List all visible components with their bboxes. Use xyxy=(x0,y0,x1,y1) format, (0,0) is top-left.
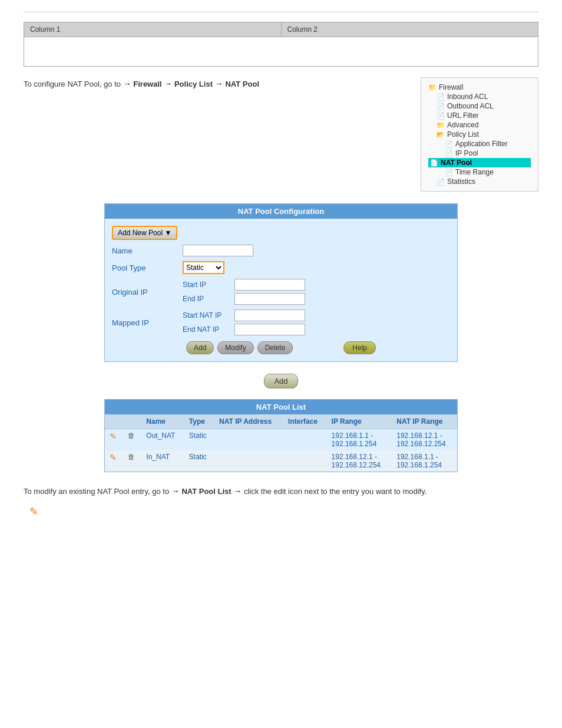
end-ip-row: End IP xyxy=(183,293,305,305)
edit-icon[interactable]: ✎ xyxy=(110,431,117,441)
bottom-nav1: NAT Pool List xyxy=(181,487,231,496)
doc-icon: 📄 xyxy=(437,103,445,110)
col-nat-ip-address: NAT IP Address xyxy=(214,414,283,429)
tree-item-policy-list: 📂 Policy List xyxy=(428,130,531,139)
original-ip-fields: Start IP End IP xyxy=(183,279,305,305)
tree-item-statistics: 📄 Statistics xyxy=(428,177,531,186)
col-interface: Interface xyxy=(283,414,327,429)
config-panel-title: NAT Pool Configuration xyxy=(105,204,457,219)
row2-type: Static xyxy=(184,450,214,472)
top-table-body xyxy=(24,37,538,67)
list-body: Name Type NAT IP Address Interface IP Ra… xyxy=(105,414,457,472)
folder-open-icon: 📂 xyxy=(437,131,445,139)
top-table: Column 1 Column 2 xyxy=(24,22,538,67)
tree-item-firewall: 📁 Firewall xyxy=(428,83,531,92)
original-ip-row: Original IP Start IP End IP xyxy=(112,276,450,307)
config-add-button[interactable]: Add xyxy=(186,341,214,354)
original-ip-label: Original IP xyxy=(112,288,183,297)
center-add-button[interactable]: Add xyxy=(264,374,297,388)
tree-item-ip-pool: 📄 IP Pool xyxy=(428,149,531,158)
end-nat-ip-label: End NAT IP xyxy=(183,325,230,334)
doc-icon: 📄 xyxy=(437,112,445,120)
nav-firewall: Firewall xyxy=(133,80,161,88)
start-ip-label: Start IP xyxy=(183,281,230,289)
nat-pool-table: Name Type NAT IP Address Interface IP Ra… xyxy=(105,414,457,472)
doc-icon: 📄 xyxy=(445,150,453,157)
add-new-pool-row: Add New Pool ▼ xyxy=(112,223,450,242)
tree-item-url-filter: 📄 URL Filter xyxy=(428,111,531,120)
pencil-icon: ✎ xyxy=(29,502,38,521)
top-table-col1: Column 1 xyxy=(24,22,282,37)
doc-icon: 📄 xyxy=(445,140,453,148)
table-row: ✎ 🗑 In_NAT Static 192.168.12.1 -192.168.… xyxy=(105,450,457,472)
row2-edit-cell: ✎ xyxy=(105,450,123,472)
end-ip-input[interactable] xyxy=(234,293,305,305)
edit-icon[interactable]: ✎ xyxy=(110,453,117,462)
bottom-nav2: click the edit icon xyxy=(244,487,302,496)
row1-delete-cell: 🗑 xyxy=(123,429,141,451)
col-edit xyxy=(105,414,123,429)
config-modify-button[interactable]: Modify xyxy=(217,341,253,354)
delete-icon[interactable]: 🗑 xyxy=(128,431,135,440)
row2-delete-cell: 🗑 xyxy=(123,450,141,472)
row2-interface xyxy=(283,450,327,472)
table-header-row: Name Type NAT IP Address Interface IP Ra… xyxy=(105,414,457,429)
tree-panel: 📁 Firewall 📄 Inbound ACL 📄 Outbound ACL … xyxy=(421,77,538,192)
row2-nat-ip xyxy=(214,450,283,472)
tree-item-app-filter: 📄 Application Filter xyxy=(428,139,531,149)
folder-icon: 📁 xyxy=(437,121,445,129)
mapped-ip-fields: Start NAT IP End NAT IP xyxy=(183,309,305,335)
pencil-row: ✎ xyxy=(24,502,538,521)
name-input[interactable] xyxy=(183,245,253,256)
row2-name: In_NAT xyxy=(141,450,184,472)
tree-item-time-range: 📄 Time Range xyxy=(428,167,531,177)
col-ip-range: IP Range xyxy=(327,414,392,429)
mapped-ip-label: Mapped IP xyxy=(112,318,183,327)
row2-nat-ip-range: 192.168.1.1 -192.168.1.254 xyxy=(392,450,457,472)
end-nat-ip-row: End NAT IP xyxy=(183,324,305,335)
col-delete xyxy=(123,414,141,429)
doc-icon: 📄 xyxy=(437,93,445,101)
name-row: Name xyxy=(112,242,450,259)
col-nat-ip-range: NAT IP Range xyxy=(392,414,457,429)
mapped-ip-row: Mapped IP Start NAT IP End NAT IP xyxy=(112,307,450,338)
row1-name: Out_NAT xyxy=(141,429,184,451)
tree-item-inbound-acl: 📄 Inbound ACL xyxy=(428,92,531,101)
folder-icon: 📁 xyxy=(428,84,437,91)
bottom-line2: next to the entry you want to modify. xyxy=(305,487,427,496)
config-action-buttons: Add Modify Delete Help xyxy=(112,338,450,357)
row1-interface xyxy=(283,429,327,451)
name-label: Name xyxy=(112,246,183,255)
tree-item-nat-pool[interactable]: 📄 NAT Pool xyxy=(428,158,531,167)
list-panel-title: NAT Pool List xyxy=(105,400,457,414)
start-ip-input[interactable] xyxy=(234,279,305,291)
row1-ip-range: 192.168.1.1 -192.168.1.254 xyxy=(327,429,392,451)
row2-ip-range: 192.168.12.1 -192.168.12.254 xyxy=(327,450,392,472)
delete-icon[interactable]: 🗑 xyxy=(128,453,135,461)
bottom-section: To modify an existing NAT Pool entry, go… xyxy=(24,484,538,522)
start-nat-ip-label: Start NAT IP xyxy=(183,311,230,319)
nav-line1: To configure NAT Pool, go to → Firewall … xyxy=(24,77,259,91)
tree-item-advanced: 📁 Advanced xyxy=(428,120,531,130)
nav-policy-list: Policy List xyxy=(174,80,213,88)
doc-icon: 📄 xyxy=(437,178,445,186)
nav-arrow-inline: → xyxy=(215,79,226,88)
config-delete-button[interactable]: Delete xyxy=(257,341,293,354)
row1-nat-ip xyxy=(214,429,283,451)
row1-edit-cell: ✎ xyxy=(105,429,123,451)
doc-icon: 📄 xyxy=(445,169,453,176)
top-table-col2: Column 2 xyxy=(281,22,538,37)
col-name: Name xyxy=(141,414,184,429)
add-new-pool-button[interactable]: Add New Pool ▼ xyxy=(112,226,177,240)
bottom-arrow1: → xyxy=(171,486,180,496)
tree-item-outbound-acl: 📄 Outbound ACL xyxy=(428,101,531,111)
nav-nat-pool: NAT Pool xyxy=(225,80,259,88)
nav-left-text: To configure NAT Pool, go to → Firewall … xyxy=(24,77,259,91)
row1-nat-ip-range: 192.168.12.1 -192.168.12.254 xyxy=(392,429,457,451)
end-nat-ip-input[interactable] xyxy=(234,324,305,335)
config-help-button[interactable]: Help xyxy=(343,341,376,354)
pool-type-select[interactable]: Static Dynamic xyxy=(183,261,224,274)
bottom-line1: To modify an existing NAT Pool entry, go… xyxy=(24,484,538,499)
doc-selected-icon: 📄 xyxy=(430,159,438,167)
start-nat-ip-input[interactable] xyxy=(234,309,305,321)
